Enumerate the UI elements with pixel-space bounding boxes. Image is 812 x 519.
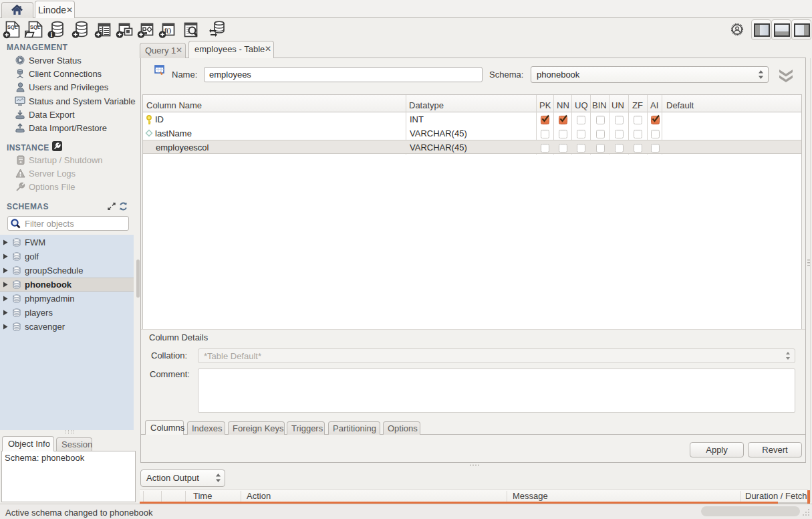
svg-text:SQL: SQL xyxy=(30,24,41,30)
svg-text:i: i xyxy=(50,31,52,38)
svg-text:SQL: SQL xyxy=(7,24,18,30)
